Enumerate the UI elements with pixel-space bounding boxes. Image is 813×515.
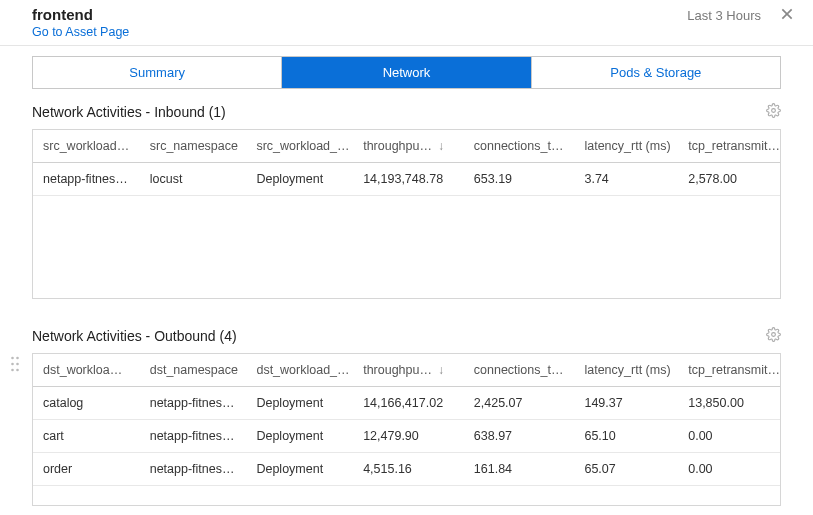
col-src-namespace[interactable]: src_namespace [140, 130, 247, 162]
sort-desc-icon: ↓ [438, 139, 444, 153]
drag-handle-icon [10, 355, 20, 376]
col-dst-workload-kind[interactable]: dst_workload_… [246, 354, 353, 386]
asset-page-link[interactable]: Go to Asset Page [32, 25, 129, 39]
col-connections[interactable]: connections_t… [464, 130, 575, 162]
col-latency[interactable]: latency_rtt (ms) [574, 130, 678, 162]
tab-network[interactable]: Network [282, 57, 531, 88]
table-row[interactable]: catalog netapp-fitness-… Deployment 14,1… [33, 387, 780, 420]
col-tcp-retransmit[interactable]: tcp_retransmit… [678, 130, 780, 162]
sort-desc-icon: ↓ [438, 363, 444, 377]
col-throughput[interactable]: throughpu…↓ [353, 354, 464, 386]
svg-point-9 [16, 369, 19, 372]
svg-point-6 [11, 363, 14, 366]
panel-header: frontend Go to Asset Page Last 3 Hours [0, 0, 813, 46]
col-latency[interactable]: latency_rtt (ms) [574, 354, 678, 386]
inbound-table: src_workload… src_namespace src_workload… [32, 129, 781, 299]
table-row[interactable] [33, 486, 780, 496]
table-row[interactable]: order netapp-fitness-… Deployment 4,515.… [33, 453, 780, 486]
inbound-table-header: src_workload… src_namespace src_workload… [33, 130, 780, 163]
col-throughput[interactable]: throughpu…↓ [353, 130, 464, 162]
col-src-workload[interactable]: src_workload… [33, 130, 140, 162]
outbound-table: dst_workloa… dst_namespace dst_workload_… [32, 353, 781, 506]
outbound-title: Network Activities - Outbound (4) [32, 328, 237, 344]
tab-pods-storage[interactable]: Pods & Storage [532, 57, 780, 88]
tabs: Summary Network Pods & Storage [32, 56, 781, 89]
table-row[interactable]: cart netapp-fitness-… Deployment 12,479.… [33, 420, 780, 453]
close-button[interactable] [779, 6, 795, 25]
table-row[interactable]: netapp-fitnes… locust Deployment 14,193,… [33, 163, 780, 196]
drag-handle[interactable] [10, 355, 20, 376]
inbound-title: Network Activities - Inbound (1) [32, 104, 226, 120]
svg-point-3 [772, 333, 776, 337]
col-src-workload-kind[interactable]: src_workload_… [246, 130, 353, 162]
svg-point-8 [11, 369, 14, 372]
inbound-settings-button[interactable] [766, 103, 781, 121]
svg-point-2 [772, 109, 776, 113]
close-icon [779, 6, 795, 25]
gear-icon [766, 327, 781, 345]
svg-point-4 [11, 357, 14, 360]
svg-point-5 [16, 357, 19, 360]
outbound-settings-button[interactable] [766, 327, 781, 345]
gear-icon [766, 103, 781, 121]
col-tcp-retransmit[interactable]: tcp_retransmit… [678, 354, 780, 386]
col-dst-namespace[interactable]: dst_namespace [140, 354, 247, 386]
svg-point-7 [16, 363, 19, 366]
col-connections[interactable]: connections_t… [464, 354, 575, 386]
col-dst-workload[interactable]: dst_workloa… [33, 354, 140, 386]
tab-summary[interactable]: Summary [33, 57, 282, 88]
outbound-table-header: dst_workloa… dst_namespace dst_workload_… [33, 354, 780, 387]
timerange-label: Last 3 Hours [687, 8, 761, 23]
page-title: frontend [32, 6, 129, 23]
